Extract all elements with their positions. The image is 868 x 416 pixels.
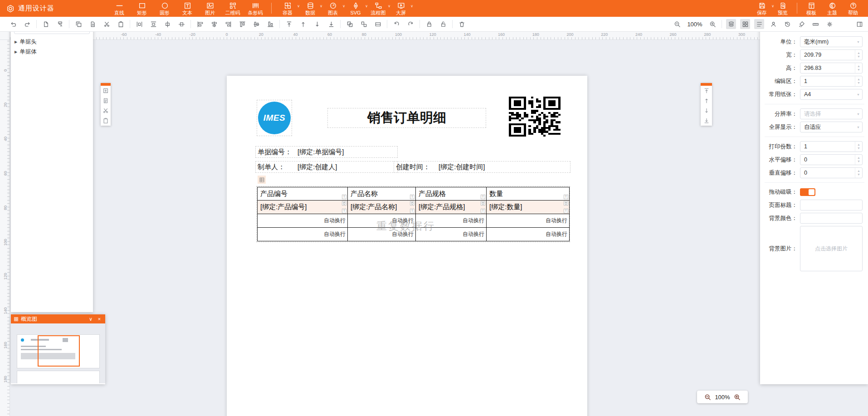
align-right-icon[interactable] [223, 19, 233, 29]
rotate-right-icon[interactable] [405, 19, 415, 29]
overview-viewport-rect[interactable] [38, 335, 80, 367]
prop-input-edit-area[interactable]: 1 [800, 76, 863, 87]
zoom-out-icon[interactable] [704, 394, 711, 401]
tool-circle[interactable]: 圆形 [154, 0, 175, 17]
table-autowrap-cell[interactable]: 自动换行 [487, 228, 570, 241]
align-top-icon[interactable] [237, 19, 247, 29]
unlock-icon[interactable] [438, 19, 448, 29]
field-doc-number[interactable]: 单据编号： [绑定:单据编号] [255, 146, 398, 158]
history-icon[interactable] [782, 19, 792, 29]
tree-expand-icon[interactable]: ▶ [15, 40, 17, 44]
center-horizontal-icon[interactable] [162, 19, 172, 29]
chevron-down-icon[interactable]: ∨ [410, 4, 413, 8]
overview-panel-header[interactable]: 概览图 ∨ × [11, 314, 105, 323]
user-icon[interactable] [768, 19, 778, 29]
close-icon[interactable]: × [96, 316, 102, 322]
undo-icon[interactable] [8, 19, 18, 29]
align-left-icon[interactable] [195, 19, 205, 29]
prop-input-copies[interactable]: 1 [800, 141, 863, 152]
table-autowrap-cell[interactable]: 自动换行 [416, 214, 487, 228]
cut-icon[interactable] [102, 19, 112, 29]
distribute-horizontal-icon[interactable] [134, 19, 144, 29]
paste-icon[interactable] [101, 116, 110, 126]
table-autowrap-cell[interactable]: 自动换行 [416, 228, 487, 241]
table-autowrap-cell[interactable]: 自动换行 [348, 214, 416, 228]
prop-select-paper[interactable]: A4 [800, 89, 863, 100]
tool-data[interactable]: 数据∨ [300, 0, 321, 17]
datasource-item-1[interactable]: ▶单据头 [11, 37, 93, 47]
data-table[interactable]: 产品编号T产品名称T产品规格T数量T[绑定:产品编号]T[绑定:产品名称]T[绑… [257, 187, 570, 241]
tool-barcode[interactable]: 条形码 [245, 0, 266, 17]
tool-chart[interactable]: 图表∨ [322, 0, 343, 17]
element-list-icon[interactable] [101, 96, 110, 106]
prop-input-offset-y[interactable]: 0 [800, 167, 863, 178]
table-autowrap-cell[interactable]: 自动换行 [487, 214, 570, 228]
table-header-cell[interactable]: 产品规格T [416, 187, 487, 201]
tool-text[interactable]: 文本 [177, 0, 198, 17]
tool-template[interactable]: 模板 [801, 0, 822, 17]
prop-input-height[interactable]: 296.83 [800, 63, 863, 73]
delete-cell-icon[interactable] [342, 201, 346, 206]
tool-screen[interactable]: 大屏∨ [390, 0, 411, 17]
table-binding-cell[interactable]: [绑定:产品名称]T [348, 201, 416, 214]
prop-toggle-snap[interactable] [800, 188, 815, 196]
bring-to-front-icon[interactable] [284, 19, 294, 29]
send-to-back-icon[interactable] [326, 19, 336, 29]
align-middle-icon[interactable] [251, 19, 261, 29]
delete-icon[interactable] [457, 19, 467, 29]
tool-flow[interactable]: 流程图∨ [368, 0, 389, 17]
report-title[interactable]: 销售订单明细 [327, 108, 486, 128]
group-icon[interactable] [345, 19, 355, 29]
duplicate-icon[interactable] [88, 19, 98, 29]
format-brush-icon[interactable] [55, 19, 65, 29]
send-to-back-icon[interactable] [702, 116, 711, 126]
tool-preview[interactable]: 预览 [772, 0, 793, 17]
design-page[interactable]: IMES 销售订单明细 单据编号： [绑定:单据编号] 制单人： [绑定:创建人… [227, 76, 587, 416]
table-binding-cell[interactable]: [绑定:产品编号]T [258, 201, 348, 214]
ungroup-icon[interactable] [359, 19, 369, 29]
panel-layout-icon[interactable] [854, 19, 864, 29]
overview-thumbnail-area[interactable] [11, 323, 105, 383]
table-handle-icon[interactable] [258, 176, 266, 184]
prop-input-bg-color[interactable] [800, 213, 863, 224]
prop-input-offset-x[interactable]: 0 [800, 154, 863, 165]
tool-save[interactable]: 保存∨ [751, 0, 772, 17]
tool-theme[interactable]: 主题 [822, 0, 843, 17]
table-autowrap-cell[interactable]: 自动换行 [258, 214, 348, 228]
ruler-icon[interactable] [810, 19, 820, 29]
stepper-icon[interactable]: ▲▼ [855, 142, 862, 152]
table-header-cell[interactable]: 产品名称T [348, 187, 416, 201]
stepper-icon[interactable]: ▲▼ [855, 50, 862, 60]
table-header-cell[interactable]: 数量T [487, 187, 570, 201]
prop-select-resolution[interactable]: 请选择 [800, 108, 863, 119]
new-file-icon[interactable] [41, 19, 51, 29]
delete-cell-icon[interactable] [564, 201, 568, 206]
align-bottom-icon[interactable] [265, 19, 275, 29]
move-up-icon[interactable] [298, 19, 308, 29]
add-element-icon[interactable] [101, 86, 110, 96]
stepper-icon[interactable]: ▲▼ [855, 155, 862, 165]
field-create-time[interactable]: 创建时间： [绑定:创建时间] [394, 161, 571, 173]
combine-icon[interactable] [373, 19, 383, 29]
paste-icon[interactable] [116, 19, 126, 29]
prop-imagebox-bg-image[interactable]: 点击选择图片 [800, 226, 863, 271]
tool-container[interactable]: 容器∨ [277, 0, 298, 17]
delete-cell-icon[interactable] [481, 201, 485, 206]
table-autowrap-cell[interactable]: 自动换行 [348, 228, 416, 241]
gear-icon[interactable] [824, 19, 834, 29]
bring-to-front-icon[interactable] [702, 86, 711, 96]
tool-qrcode[interactable]: 二维码 [222, 0, 243, 17]
center-vertical-icon[interactable] [176, 19, 186, 29]
zoom-out-icon[interactable] [672, 19, 682, 29]
cut-icon[interactable] [101, 106, 110, 116]
tool-svg[interactable]: SVG∨ [345, 0, 366, 17]
zoom-in-icon[interactable] [734, 394, 741, 401]
datasource-item-2[interactable]: ▶单据体 [11, 47, 93, 57]
tree-expand-icon[interactable]: ▶ [15, 50, 17, 54]
prop-input-width[interactable]: 209.79 [800, 49, 863, 60]
distribute-vertical-icon[interactable] [148, 19, 158, 29]
layer-mini-toolbar[interactable] [701, 83, 712, 126]
layers-icon[interactable] [726, 19, 736, 29]
left-mini-toolbar[interactable] [101, 83, 111, 126]
lock-icon[interactable] [424, 19, 434, 29]
